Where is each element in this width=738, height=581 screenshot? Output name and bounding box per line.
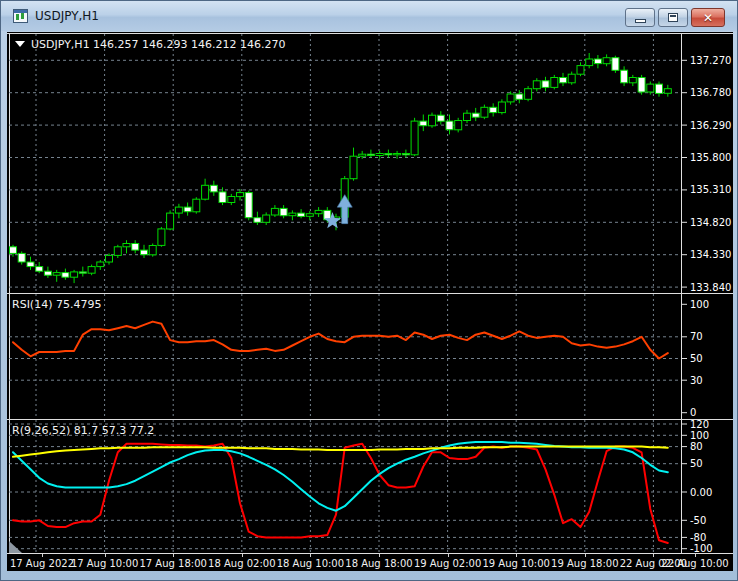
quick-nav-triangle-icon[interactable] — [9, 541, 22, 553]
close-button[interactable]: ✕ — [691, 8, 725, 27]
price-scale[interactable]: 1007050300 — [681, 294, 709, 419]
grid-layer — [9, 294, 681, 419]
time-tick — [585, 554, 586, 557]
candle-body — [560, 78, 567, 83]
candle-body — [664, 89, 671, 94]
candle-body — [306, 214, 313, 217]
candle-body — [44, 271, 51, 275]
candle-body — [490, 107, 497, 112]
time-tick — [42, 554, 43, 557]
candle-body — [429, 115, 436, 126]
time-tick — [105, 554, 106, 557]
minimize-button[interactable] — [625, 8, 655, 27]
scale-tick-label: 137.270 — [690, 55, 731, 66]
indicator-value-label: USDJPY,H1 146.257 146.293 146.212 146.27… — [31, 38, 286, 51]
price-scale[interactable]: 12010080500.00-50-80-100 — [681, 420, 713, 553]
candle-body — [237, 193, 244, 197]
chart-area[interactable]: 137.270136.780136.290135.800135.310134.8… — [7, 32, 733, 571]
candle-body — [167, 213, 174, 229]
candle-body — [245, 193, 252, 218]
scale-tick-label: 133.840 — [690, 282, 731, 293]
candle-body — [280, 208, 287, 215]
chart-window: USDJPY,H1 ✕ 137.270136.780136.290135.800… — [0, 0, 738, 581]
candle-body — [394, 154, 401, 155]
candle-body — [97, 262, 104, 267]
scale-tick-label: -50 — [690, 515, 706, 526]
scale-tick-label: -100 — [690, 543, 713, 553]
time-label: 18 Aug 18:00 — [345, 558, 412, 569]
rsi-pane-label: RSI(14) 75.4795 — [12, 298, 101, 311]
time-tick — [516, 554, 517, 557]
candle-body — [289, 213, 296, 216]
candle-body — [10, 247, 17, 254]
time-label: 18 Aug 02:00 — [208, 558, 275, 569]
candle-body — [27, 262, 34, 267]
candle-body — [629, 78, 636, 83]
window-controls: ✕ — [625, 8, 725, 27]
candle-body — [149, 246, 156, 255]
indicator-value-label: R(9,26,52) 81.7 57.3 77.2 — [12, 424, 154, 437]
time-label: 17 Aug 10:00 — [71, 558, 138, 569]
chart-icon — [13, 9, 28, 23]
candle-body — [219, 192, 226, 203]
scale-tick-label: 0.00 — [690, 487, 712, 498]
scale-tick-label: 30 — [690, 375, 703, 386]
scale-tick-label: 120 — [690, 420, 709, 430]
candle-body — [594, 59, 601, 64]
candle-body — [175, 207, 182, 213]
candle-body — [621, 70, 628, 83]
scale-tick-label: 136.290 — [690, 120, 731, 131]
candle-body — [472, 113, 479, 117]
candles-layer — [10, 53, 672, 283]
time-label: 19 Aug 10:00 — [482, 558, 549, 569]
candle-body — [123, 244, 130, 247]
time-tick — [310, 554, 311, 557]
scale-tick-label: 70 — [690, 331, 703, 342]
scale-tick-label: 100 — [690, 299, 709, 310]
minimize-icon — [635, 19, 646, 23]
price-scale[interactable]: 137.270136.780136.290135.800135.310134.8… — [681, 34, 731, 293]
candle-body — [516, 94, 523, 99]
candle-body — [525, 89, 532, 100]
price-chart-pane[interactable]: 137.270136.780136.290135.800135.310134.8… — [7, 34, 733, 293]
scale-tick-label: -80 — [690, 532, 706, 543]
candle-body — [298, 213, 305, 216]
rsi-indicator-pane[interactable]: 1007050300RSI(14) 75.4795 — [7, 294, 733, 419]
time-label: 18 Aug 10:00 — [277, 558, 344, 569]
candle-body — [551, 78, 558, 88]
candle-body — [402, 154, 409, 155]
time-tick — [695, 554, 696, 557]
candle-body — [202, 185, 209, 199]
titlebar[interactable]: USDJPY,H1 ✕ — [1, 1, 737, 31]
candle-body — [271, 208, 278, 215]
scale-tick-label: 136.780 — [690, 87, 731, 98]
candle-body — [210, 185, 217, 192]
scale-tick-label: 50 — [690, 458, 703, 469]
scale-tick-label: 100 — [690, 430, 709, 441]
scale-tick-label: 134.330 — [690, 249, 731, 260]
time-label: 19 Aug 02:00 — [414, 558, 481, 569]
candle-body — [577, 66, 584, 75]
main-pane-label: USDJPY,H1 146.257 146.293 146.212 146.27… — [15, 38, 286, 51]
candle-body — [36, 267, 43, 272]
restore-button[interactable] — [658, 8, 688, 27]
candle-body — [193, 199, 200, 212]
rsi-RSI-line — [13, 322, 668, 359]
time-tick — [379, 554, 380, 557]
symbol-dropdown-icon[interactable] — [15, 41, 25, 47]
candle-body — [533, 81, 540, 89]
candle-body — [656, 84, 663, 93]
candle-body — [464, 113, 471, 120]
oscillator-indicator-pane[interactable]: 12010080500.00-50-80-100R(9,26,52) 81.7 … — [7, 420, 733, 553]
indicator-value-label: RSI(14) 75.4795 — [12, 298, 101, 311]
candle-body — [88, 267, 95, 274]
scale-tick-label: 0 — [690, 407, 696, 418]
candle-body — [114, 247, 121, 256]
candle-body — [507, 94, 514, 102]
candle-body — [376, 154, 383, 156]
restore-icon — [668, 13, 678, 22]
candle-body — [367, 154, 374, 155]
candle-body — [481, 107, 488, 117]
time-axis[interactable]: 17 Aug 202217 Aug 10:0017 Aug 18:0018 Au… — [7, 554, 733, 571]
candle-body — [18, 253, 25, 262]
